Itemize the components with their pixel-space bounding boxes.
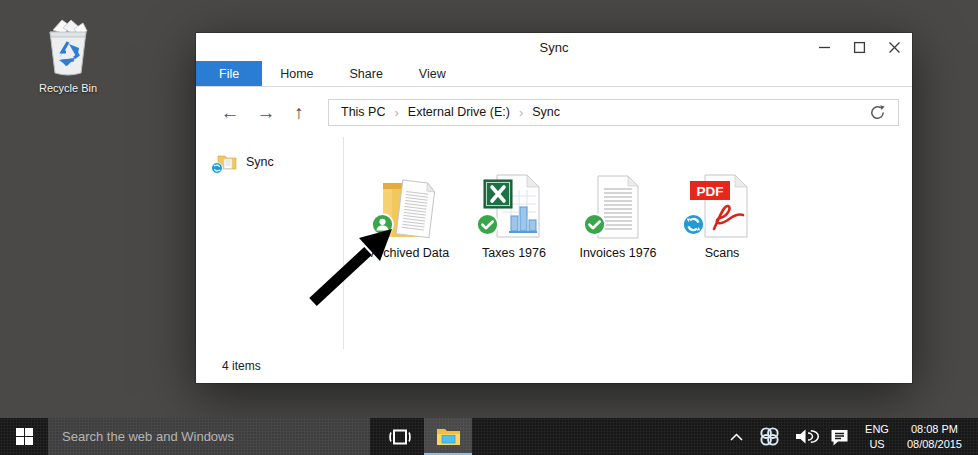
pdf-banner-label: PDF xyxy=(697,184,724,199)
search-input[interactable] xyxy=(62,429,370,444)
chevron-right-icon: › xyxy=(394,105,398,120)
action-center-icon[interactable] xyxy=(823,418,856,455)
sidebar: Sync xyxy=(196,137,344,349)
volume-icon[interactable] xyxy=(788,418,823,455)
file-item-scans[interactable]: PDF Scans xyxy=(678,162,766,261)
chevron-right-icon: › xyxy=(519,105,523,120)
tab-home[interactable]: Home xyxy=(262,61,331,86)
tray-chevron-up-icon[interactable] xyxy=(722,418,751,455)
taskbar-search[interactable] xyxy=(48,418,370,455)
file-label: Archived Data xyxy=(371,245,450,261)
file-explorer-icon xyxy=(436,426,461,446)
shared-person-badge-icon xyxy=(371,213,394,236)
recycle-bin-icon xyxy=(41,16,95,78)
status-bar: 4 items xyxy=(196,349,912,383)
up-icon[interactable]: ↑ xyxy=(284,103,314,122)
explorer-window: Sync File Home Share View ← → ↑ xyxy=(196,33,912,383)
tab-file[interactable]: File xyxy=(196,61,262,86)
clock-date: 08/08/2015 xyxy=(907,437,962,452)
language-indicator[interactable]: ENG US xyxy=(856,422,898,451)
tab-share[interactable]: Share xyxy=(332,61,401,86)
language-line1: ENG xyxy=(865,422,889,436)
close-button[interactable] xyxy=(877,33,912,61)
desktop: Recycle Bin Sync File Home Share View xyxy=(0,0,978,455)
file-list: Archived Data xyxy=(344,137,912,349)
breadcrumb-item-sync[interactable]: Sync xyxy=(532,105,560,119)
synced-check-badge-icon xyxy=(583,213,606,236)
system-tray: ENG US 08:08 PM 08/08/2015 xyxy=(722,418,978,455)
file-label: Taxes 1976 xyxy=(482,245,546,261)
clock[interactable]: 08:08 PM 08/08/2015 xyxy=(898,422,966,452)
clock-time: 08:08 PM xyxy=(907,422,962,437)
file-item-taxes[interactable]: Taxes 1976 xyxy=(470,162,558,261)
title-bar: Sync xyxy=(196,33,912,61)
address-bar[interactable]: This PC › External Drive (E:) › Sync xyxy=(328,99,899,126)
language-line2: US xyxy=(865,437,889,451)
file-explorer-taskbar-button[interactable] xyxy=(424,418,472,455)
breadcrumb-item-this-pc[interactable]: This PC xyxy=(341,105,385,119)
synced-check-badge-icon xyxy=(476,213,499,236)
start-button[interactable] xyxy=(0,418,48,455)
sync-badge-icon xyxy=(211,162,223,174)
file-label: Scans xyxy=(705,245,740,261)
file-label: Invoices 1976 xyxy=(579,245,656,261)
back-icon[interactable]: ← xyxy=(212,103,248,122)
sidebar-item-label: Sync xyxy=(246,155,274,169)
recycle-bin-label: Recycle Bin xyxy=(39,82,97,94)
minimize-button[interactable] xyxy=(807,33,842,61)
maximize-button[interactable] xyxy=(842,33,877,61)
windows-logo-icon xyxy=(16,428,33,445)
forward-icon[interactable]: → xyxy=(248,103,284,122)
task-view-icon xyxy=(388,428,412,446)
sync-badge-icon xyxy=(682,213,705,236)
navigation-bar: ← → ↑ This PC › External Drive (E:) › Sy… xyxy=(196,87,912,137)
task-view-button[interactable] xyxy=(376,418,424,455)
sidebar-item-sync[interactable]: Sync xyxy=(196,149,343,174)
window-title: Sync xyxy=(196,40,912,55)
recycle-bin[interactable]: Recycle Bin xyxy=(24,16,112,94)
sync-app-tray-icon[interactable] xyxy=(751,418,788,455)
refresh-icon[interactable] xyxy=(869,104,886,121)
taskbar: ENG US 08:08 PM 08/08/2015 xyxy=(0,418,978,455)
ribbon-tabs: File Home Share View xyxy=(196,61,912,87)
breadcrumb-item-drive[interactable]: External Drive (E:) xyxy=(408,105,510,119)
items-count: 4 items xyxy=(222,359,261,373)
file-item-archived-data[interactable]: Archived Data xyxy=(366,162,454,261)
tab-view[interactable]: View xyxy=(401,61,464,86)
file-item-invoices[interactable]: Invoices 1976 xyxy=(574,162,662,261)
